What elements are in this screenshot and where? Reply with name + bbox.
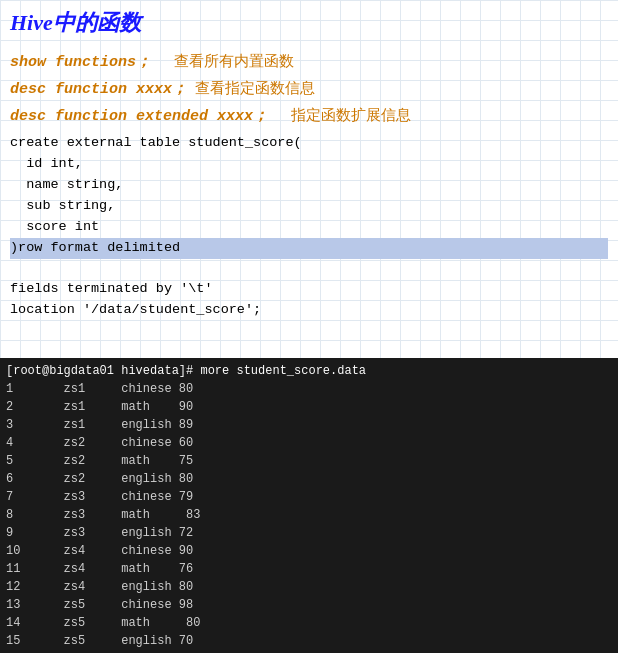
show-functions-desc: 查看所有内置函数: [159, 52, 294, 71]
terminal-header: [root@bigdata01 hivedata]# more student_…: [6, 362, 612, 380]
desc-function-desc: 查看指定函数信息: [195, 79, 315, 98]
show-functions-line: show functions； 查看所有内置函数: [10, 52, 608, 71]
code-line-2: id int,: [10, 156, 83, 171]
table-row: 12 zs4 english 80: [6, 578, 612, 596]
show-functions-keyword: show functions；: [10, 52, 151, 71]
table-row: 14 zs5 math 80: [6, 614, 612, 632]
table-row: 15 zs5 english 70: [6, 632, 612, 650]
code-line-5: score int: [10, 219, 99, 234]
table-row: 6 zs2 english 80: [6, 470, 612, 488]
table-row: 7 zs3 chinese 79: [6, 488, 612, 506]
code-line-4: sub string,: [10, 198, 115, 213]
table-row: 11 zs4 math 76: [6, 560, 612, 578]
code-line-3: name string,: [10, 177, 123, 192]
terminal: [root@bigdata01 hivedata]# more student_…: [0, 358, 618, 653]
desc-function-extended-keyword: desc function extended xxxx；: [10, 106, 268, 125]
table-row: 1 zs1 chinese 80: [6, 380, 612, 398]
table-row: 9 zs3 english 72: [6, 524, 612, 542]
table-row: 4 zs2 chinese 60: [6, 434, 612, 452]
table-row: 5 zs2 math 75: [6, 452, 612, 470]
code-line-6: )row format delimited: [10, 238, 608, 259]
table-row: 3 zs1 english 89: [6, 416, 612, 434]
table-row: 8 zs3 math 83: [6, 506, 612, 524]
code-line-1: create external table student_score(: [10, 135, 302, 150]
table-row: 2 zs1 math 90: [6, 398, 612, 416]
code-line-8: location '/data/student_score';: [10, 302, 261, 317]
page-title: Hive中的函数: [10, 8, 608, 38]
code-line-7: fields terminated by '\t': [10, 281, 213, 296]
code-block: create external table student_score( id …: [10, 133, 608, 321]
desc-function-keyword: desc function xxxx；: [10, 79, 187, 98]
desc-function-extended-line: desc function extended xxxx； 指定函数扩展信息: [10, 106, 608, 125]
desc-function-line: desc function xxxx； 查看指定函数信息: [10, 79, 608, 98]
table-row: 13 zs5 chinese 98: [6, 596, 612, 614]
table-row: 10 zs4 chinese 90: [6, 542, 612, 560]
desc-function-extended-desc: 指定函数扩展信息: [276, 106, 411, 125]
